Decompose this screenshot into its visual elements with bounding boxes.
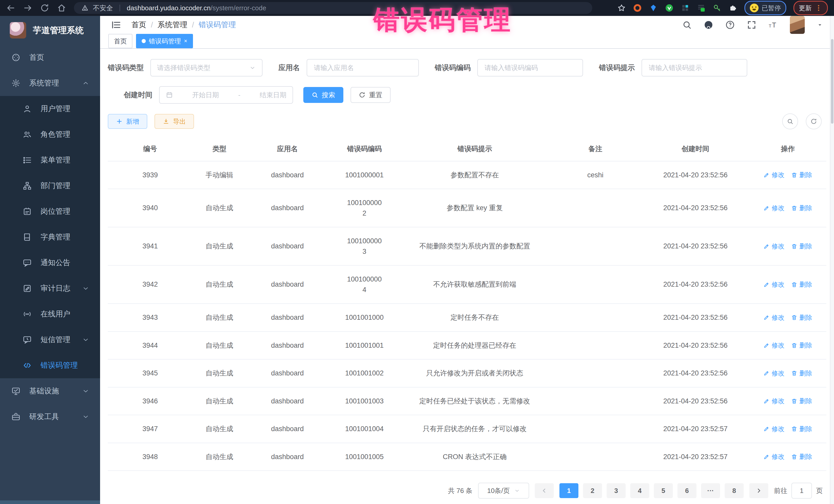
extensions-puzzle-icon[interactable] (728, 4, 737, 12)
edit-link[interactable]: 修改 (764, 280, 785, 289)
scrollbar-thumb[interactable] (831, 39, 833, 124)
page-button-2[interactable]: 2 (583, 483, 602, 498)
page-button-5[interactable]: 5 (654, 483, 673, 498)
browser-back-icon[interactable] (6, 3, 15, 13)
users-icon (23, 130, 32, 139)
browser-home-icon[interactable] (57, 3, 66, 13)
next-page-button[interactable] (749, 483, 768, 498)
app-name-input[interactable] (313, 64, 412, 72)
user-avatar[interactable] (790, 16, 805, 34)
extension-grid-icon[interactable] (681, 4, 689, 12)
delete-link[interactable]: 删除 (791, 170, 812, 180)
sidebar-item-user[interactable]: 用户管理 (0, 96, 100, 122)
more-pages-button[interactable]: ··· (701, 483, 720, 498)
delete-link[interactable]: 删除 (791, 424, 812, 434)
sidebar-item-infra[interactable]: 基础设施 (0, 378, 100, 404)
browser-forward-icon[interactable] (23, 3, 32, 13)
goto-page-input[interactable]: 1 (791, 483, 812, 499)
help-icon[interactable] (725, 20, 735, 30)
page-button-3[interactable]: 3 (607, 483, 626, 498)
breadcrumb-home[interactable]: 首页 (131, 20, 146, 30)
edit-link[interactable]: 修改 (764, 313, 785, 323)
menu-dots-icon[interactable] (815, 4, 822, 12)
add-button[interactable]: 新增 (108, 114, 147, 129)
export-button[interactable]: 导出 (154, 114, 194, 129)
browser-reload-icon[interactable] (40, 3, 49, 13)
page-size-select[interactable]: 10条/页 (478, 483, 529, 499)
browser-update-chip[interactable]: 更新 (793, 1, 828, 15)
plus-icon (116, 118, 123, 125)
edit-link[interactable]: 修改 (764, 452, 785, 462)
app-logo[interactable]: 芋道管理系统 (0, 16, 100, 45)
font-size-icon[interactable]: TT (768, 20, 778, 30)
sidebar-item-role[interactable]: 角色管理 (0, 122, 100, 147)
edit-link[interactable]: 修改 (764, 341, 785, 350)
sidebar-item-audit[interactable]: 审计日志 (0, 276, 100, 301)
edit-pencil-icon (764, 370, 770, 376)
error-code-input[interactable] (484, 64, 576, 72)
extension-gem-icon[interactable] (649, 4, 658, 12)
search-button[interactable]: 搜索 (303, 87, 343, 103)
delete-link[interactable]: 删除 (791, 452, 812, 462)
update-label: 更新 (799, 4, 812, 12)
github-icon[interactable] (704, 20, 714, 30)
delete-link[interactable]: 删除 (791, 396, 812, 406)
page-button-1[interactable]: 1 (559, 483, 578, 498)
browser-profile-chip[interactable]: 已暂停 (744, 1, 786, 15)
page-button-6[interactable]: 6 (678, 483, 697, 498)
fullscreen-icon[interactable] (747, 20, 756, 30)
sidebar-item-dict[interactable]: 字典管理 (0, 224, 100, 250)
topbar-actions: TT (682, 16, 823, 34)
address-bar[interactable]: 不安全 dashboard.yudao.iocoder.cn/system/er… (74, 2, 592, 14)
error-msg-input[interactable] (648, 64, 741, 72)
edit-link[interactable]: 修改 (764, 396, 785, 406)
sidebar-item-online[interactable]: 在线用户 (0, 301, 100, 327)
tab-错误码管理[interactable]: 错误码管理× (136, 34, 193, 48)
edit-link[interactable]: 修改 (764, 170, 785, 180)
close-tab-icon[interactable]: × (184, 38, 187, 44)
delete-link[interactable]: 删除 (791, 341, 812, 350)
delete-link[interactable]: 删除 (791, 241, 812, 251)
extension-on-badge-icon[interactable] (697, 4, 705, 12)
chevron-down-icon (249, 64, 256, 71)
delete-link[interactable]: 删除 (791, 280, 812, 289)
sidebar-item-system[interactable]: 系统管理 (0, 70, 100, 96)
edit-link[interactable]: 修改 (764, 424, 785, 434)
sidebar-item-sms[interactable]: 短信管理 (0, 327, 100, 353)
table-row: 3942 自动生成 dashboard 1001000004 不允许获取敏感配置… (108, 266, 826, 304)
show-search-toggle-button[interactable] (782, 113, 798, 129)
edit-link[interactable]: 修改 (764, 203, 785, 213)
date-range-picker[interactable]: 开始日期 - 结束日期 (159, 86, 293, 104)
breadcrumb-system[interactable]: 系统管理 (158, 20, 187, 30)
caret-down-icon[interactable] (816, 22, 823, 28)
sidebar-item-dept[interactable]: 部门管理 (0, 173, 100, 199)
collapse-menu-icon[interactable] (111, 20, 121, 30)
delete-link[interactable]: 删除 (791, 203, 812, 213)
refresh-table-button[interactable] (806, 113, 822, 129)
filter-row-2: 创建时间 开始日期 - 结束日期 搜索 重置 (108, 86, 826, 104)
sidebar-item-home[interactable]: 首页 (0, 45, 100, 70)
page-button-4[interactable]: 4 (630, 483, 649, 498)
edit-link[interactable]: 修改 (764, 369, 785, 378)
tab-首页[interactable]: 首页 (108, 34, 132, 48)
sidebar-item-errcode[interactable]: 错误码管理 (0, 353, 100, 378)
table-row: 3941 自动生成 dashboard 1001000003 不能删除类型为系统… (108, 227, 826, 266)
prev-page-button[interactable] (535, 483, 554, 498)
delete-link[interactable]: 删除 (791, 313, 812, 323)
bookmark-star-icon[interactable] (617, 4, 626, 12)
page-button-8[interactable]: 8 (725, 483, 744, 498)
reset-button[interactable]: 重置 (351, 87, 391, 103)
error-type-select[interactable]: 请选择错误码类型 (150, 59, 263, 76)
sidebar-item-notice[interactable]: 通知公告 (0, 250, 100, 276)
extension-green-icon[interactable] (665, 4, 674, 12)
sidebar-item-post[interactable]: 岗位管理 (0, 199, 100, 224)
chevron-down-icon (514, 487, 520, 494)
sidebar-item-tools[interactable]: 研发工具 (0, 404, 100, 430)
extension-orange-icon[interactable] (633, 4, 642, 12)
url-path: /system/error-code (211, 4, 266, 12)
search-icon[interactable] (682, 20, 692, 30)
extension-key-icon[interactable] (712, 4, 721, 12)
delete-link[interactable]: 删除 (791, 369, 812, 378)
edit-link[interactable]: 修改 (764, 241, 785, 251)
sidebar-item-menu[interactable]: 菜单管理 (0, 147, 100, 173)
